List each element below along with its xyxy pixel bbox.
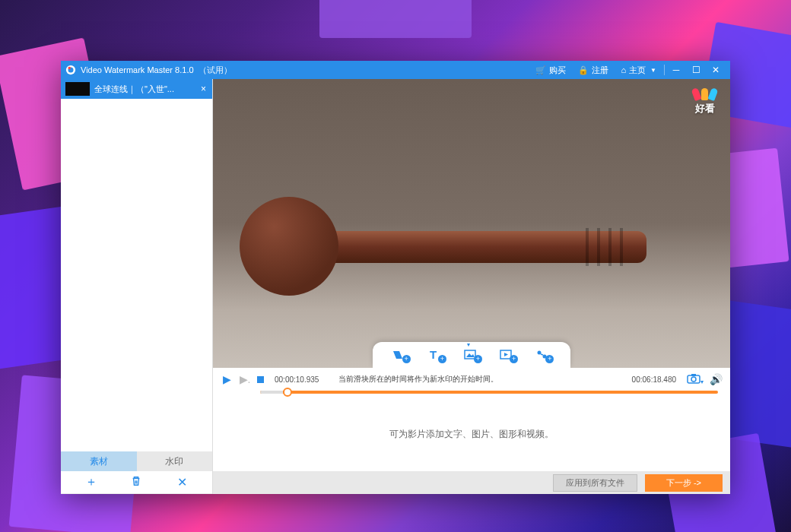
- svg-point-6: [538, 351, 542, 355]
- register-button[interactable]: 🔒 注册: [572, 61, 615, 79]
- apply-all-button[interactable]: 应用到所有文件: [553, 474, 637, 492]
- tab-material[interactable]: 素材: [61, 451, 137, 471]
- svg-point-9: [691, 377, 696, 382]
- chevron-down-icon: ▾: [467, 341, 470, 348]
- plus-icon: +: [545, 355, 554, 363]
- svg-point-2: [68, 67, 71, 70]
- snapshot-button[interactable]: ▾: [687, 373, 704, 386]
- info-area: 可为影片添加文字、图片、图形和视频。: [213, 397, 730, 471]
- chevron-down-icon: ▼: [650, 67, 656, 74]
- watermark-brand-text: 好看: [693, 102, 716, 116]
- sidebar: 全球连线｜（"入世"... × 素材 水印 ＋ ✕: [61, 79, 213, 494]
- delete-button[interactable]: [127, 476, 145, 489]
- minimize-button[interactable]: ─: [666, 65, 686, 75]
- add-effect-watermark[interactable]: +: [532, 346, 554, 364]
- home-button[interactable]: ⌂ 主页 ▼: [615, 61, 662, 79]
- add-video-watermark[interactable]: +: [497, 346, 518, 364]
- plus-icon: +: [510, 355, 518, 363]
- volume-button[interactable]: 🔊: [710, 373, 723, 385]
- bottom-bar: 应用到所有文件 下一步 ->: [213, 471, 730, 494]
- home-icon: ⌂: [621, 65, 626, 74]
- add-image-watermark[interactable]: ▾ +: [461, 346, 482, 364]
- next-button[interactable]: 下一步 ->: [645, 474, 723, 492]
- watermark-tool-tray: + T + ▾ + +: [373, 342, 570, 368]
- svg-rect-10: [691, 374, 696, 376]
- app-window: Video Watermark Master 8.1.0 （试用） 🛒 购买 🔒…: [61, 61, 730, 494]
- plus-icon: +: [474, 355, 482, 363]
- video-frame: [213, 79, 730, 368]
- titlebar[interactable]: Video Watermark Master 8.1.0 （试用） 🛒 购买 🔒…: [61, 61, 730, 79]
- add-text-watermark[interactable]: T +: [425, 346, 446, 364]
- sidebar-body: [61, 99, 212, 451]
- timeline-row: ▶ ▶. 00:00:10.935 当前滑块所在的时间将作为新水印的开始时间。 …: [213, 368, 730, 391]
- sidebar-actions: ＋ ✕: [61, 471, 212, 494]
- file-tab-label: 全球连线｜（"入世"...: [94, 84, 195, 95]
- home-label: 主页: [629, 65, 646, 76]
- lock-icon: 🔒: [578, 65, 589, 75]
- sidebar-tabs: 素材 水印: [61, 451, 212, 471]
- tab-watermark[interactable]: 水印: [137, 451, 213, 471]
- close-button[interactable]: ✕: [706, 65, 726, 75]
- timeline-thumb[interactable]: [283, 388, 292, 397]
- timeline-hint: 当前滑块所在的时间将作为新水印的开始时间。: [338, 374, 498, 385]
- video-preview[interactable]: 好看 + T + ▾ +: [213, 79, 730, 368]
- file-tab-close[interactable]: ×: [199, 84, 208, 94]
- info-text: 可为影片添加文字、图片、图形和视频。: [389, 428, 554, 441]
- file-thumbnail: [65, 82, 90, 96]
- buy-button[interactable]: 🛒 购买: [529, 61, 572, 79]
- plus-icon: +: [402, 355, 411, 363]
- maximize-button[interactable]: ☐: [686, 65, 706, 75]
- camera-icon: [687, 373, 700, 384]
- play-button[interactable]: ▶: [221, 373, 233, 385]
- trash-icon: [131, 476, 141, 486]
- file-tab[interactable]: 全球连线｜（"入世"... ×: [61, 79, 212, 99]
- step-button[interactable]: ▶.: [239, 373, 251, 385]
- app-icon: [65, 65, 76, 75]
- trial-label: （试用）: [199, 65, 232, 76]
- stop-button[interactable]: [257, 376, 264, 383]
- cart-icon: 🛒: [535, 65, 546, 75]
- plus-icon: +: [438, 355, 446, 363]
- main-area: 好看 + T + ▾ +: [213, 79, 730, 494]
- time-current: 00:00:10.935: [275, 375, 319, 384]
- timeline-track[interactable]: [260, 391, 718, 394]
- app-title: Video Watermark Master 8.1.0: [81, 65, 194, 74]
- time-total: 00:06:18.480: [632, 375, 676, 384]
- buy-label: 购买: [549, 65, 566, 76]
- register-label: 注册: [592, 65, 608, 76]
- svg-text:T: T: [430, 348, 437, 361]
- clear-button[interactable]: ✕: [173, 475, 191, 489]
- video-watermark-logo: 好看: [693, 88, 716, 116]
- add-button[interactable]: ＋: [82, 474, 100, 490]
- add-shape-watermark[interactable]: +: [389, 346, 411, 364]
